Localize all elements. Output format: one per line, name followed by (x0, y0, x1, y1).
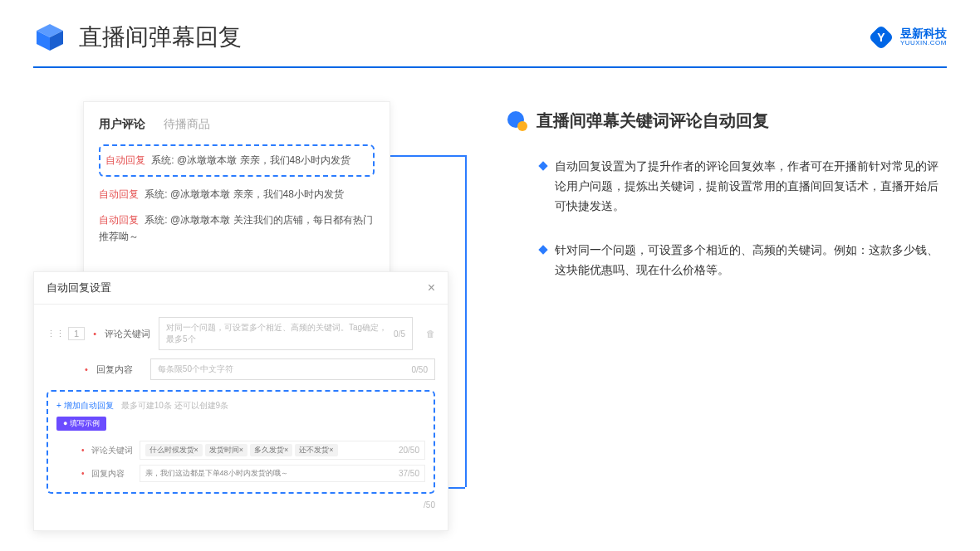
keyword-label: 评论关键词 (105, 328, 150, 340)
required-dot: • (85, 364, 88, 374)
ex-content-input[interactable]: 亲，我们这边都是下单48小时内发货的哦～ 37/50 (140, 465, 425, 482)
counter: 20/50 (399, 446, 419, 455)
brand-icon: Y (869, 25, 894, 50)
diamond-icon (538, 246, 547, 255)
placeholder: 每条限50个中文字符 (158, 363, 233, 375)
highlighted-comment: 自动回复 系统: @冰墩墩本墩 亲亲，我们48小时内发货 (99, 144, 375, 177)
counter: 0/5 (394, 329, 405, 339)
required-dot: • (93, 329, 96, 339)
ex-content-label: 回复内容 (91, 468, 133, 480)
cube-icon (33, 21, 66, 54)
tag-chip[interactable]: 多久发货× (250, 444, 292, 456)
ex-keyword-input[interactable]: 什么时候发货×发货时间×多久发货×还不发货× 20/50 (140, 441, 425, 460)
brand-name-cn: 昱新科技 (900, 27, 947, 40)
system-prefix: 系统: (151, 154, 174, 166)
add-hint: 最多可建10条 还可以创建9条 (121, 401, 228, 410)
content-input[interactable]: 每条限50个中文字符 0/50 (150, 358, 435, 380)
delete-icon[interactable]: 🗑 (426, 329, 435, 339)
settings-card: 自动回复设置 × ⋮⋮ 1 • 评论关键词 对同一个问题，可设置多个相近、高频的… (33, 271, 448, 531)
index-number: 1 (68, 327, 85, 340)
title-wrap: 直播间弹幕回复 (33, 21, 242, 54)
counter: 37/50 (399, 469, 419, 478)
bullet-item: 针对同一个问题，可设置多个相近的、高频的关键词。例如：这款多少钱、这块能优惠吗、… (507, 241, 947, 280)
chat-bubble-icon (507, 110, 528, 132)
page-title: 直播间弹幕回复 (79, 22, 242, 53)
auto-reply-tag: 自动回复 (105, 154, 145, 166)
keyword-input[interactable]: 对同一个问题，可设置多个相近、高频的关键词。Tag确定，最多5个 0/5 (159, 317, 413, 350)
example-section: + 增加自动回复 最多可建10条 还可以创建9条 ● 填写示例 • 评论关键词 … (47, 390, 435, 494)
auto-reply-tag: 自动回复 (99, 214, 139, 226)
close-icon[interactable]: × (428, 280, 435, 295)
tag-chip[interactable]: 还不发货× (295, 444, 337, 456)
connector-line (465, 155, 467, 487)
tag-list: 什么时候发货×发货时间×多久发货×还不发货× (145, 444, 341, 456)
system-prefix: 系统: (145, 214, 167, 226)
connector-line (390, 155, 465, 157)
add-auto-reply-link[interactable]: + 增加自动回复 (56, 401, 114, 410)
footer-counter: /50 (424, 500, 435, 510)
required-dot: • (81, 469, 85, 478)
tag-chip[interactable]: 发货时间× (205, 444, 247, 456)
counter: 0/50 (412, 365, 428, 374)
brand-logo: Y 昱新科技 YUUXIN.COM (869, 25, 947, 50)
comment-text: @冰墩墩本墩 亲亲，我们48小时内发货 (177, 154, 350, 166)
tag-chip[interactable]: 什么时候发货× (145, 444, 203, 456)
ex-keyword-label: 评论关键词 (91, 445, 133, 456)
comment-row: 自动回复 系统: @冰墩墩本墩 亲亲，我们48小时内发货 (99, 187, 375, 202)
comment-text: @冰墩墩本墩 亲亲，我们48小时内发货 (170, 188, 344, 200)
comment-text: @冰墩墩本墩 关注我们的店铺，每日都有热门推荐呦～ (99, 214, 373, 241)
diamond-icon (538, 161, 547, 170)
section-title: 直播间弹幕关键词评论自动回复 (537, 110, 769, 132)
comment-row: 自动回复 系统: @冰墩墩本墩 关注我们的店铺，每日都有热门推荐呦～ (99, 212, 375, 244)
drag-handle-icon[interactable]: ⋮⋮ 1 (47, 327, 85, 340)
example-badge: ● 填写示例 (56, 417, 106, 431)
svg-text:Y: Y (877, 31, 885, 44)
auto-reply-tag: 自动回复 (99, 188, 139, 200)
placeholder: 对同一个问题，可设置多个相近、高频的关键词。Tag确定，最多5个 (166, 322, 394, 345)
brand-name-en: YUUXIN.COM (900, 40, 947, 47)
tab-user-comments[interactable]: 用户评论 (99, 117, 145, 132)
bullet-text: 针对同一个问题，可设置多个相近的、高频的关键词。例如：这款多少钱、这块能优惠吗、… (555, 241, 947, 280)
ex-content-text: 亲，我们这边都是下单48小时内发货的哦～ (145, 468, 288, 479)
content-label: 回复内容 (96, 363, 142, 376)
settings-title: 自动回复设置 (47, 280, 111, 295)
system-prefix: 系统: (145, 188, 167, 200)
svg-point-6 (517, 121, 527, 131)
bullet-item: 自动回复设置为了提升作者的评论回复效率，作者可在开播前针对常见的评论用户问题，提… (507, 157, 947, 216)
section-header: 直播间弹幕关键词评论自动回复 (507, 110, 947, 132)
required-dot: • (81, 446, 85, 455)
tab-pending-goods[interactable]: 待播商品 (164, 117, 210, 132)
bullet-text: 自动回复设置为了提升作者的评论回复效率，作者可在开播前针对常见的评论用户问题，提… (555, 157, 947, 216)
